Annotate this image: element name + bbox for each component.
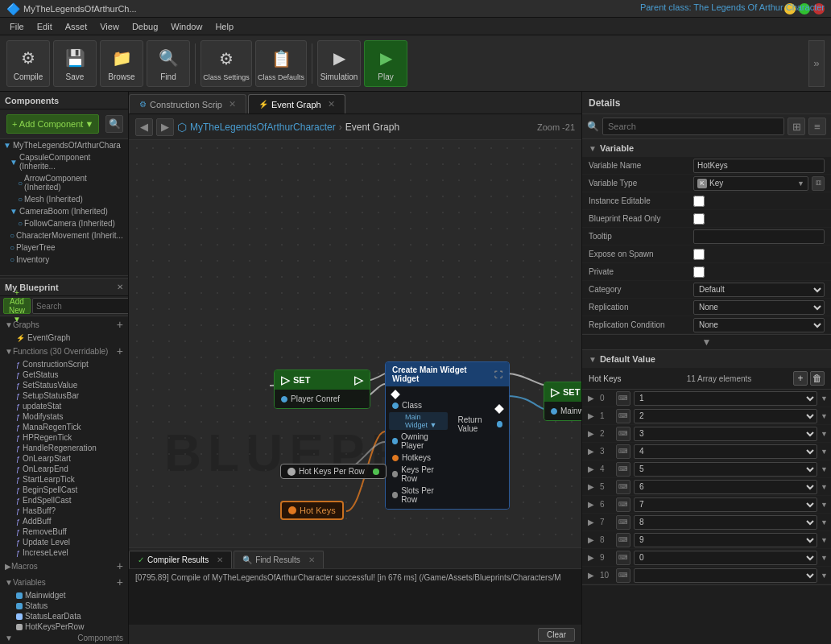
- dv-add-btn[interactable]: +: [793, 371, 808, 386]
- item-4-select[interactable]: 5: [634, 462, 817, 477]
- func-increselevel[interactable]: ƒ IncreseLevel: [0, 547, 128, 558]
- variables-section-header[interactable]: ▼ Variables +: [0, 574, 128, 590]
- variables-add-btn[interactable]: +: [117, 576, 123, 588]
- simulation-button[interactable]: ▶ Simulation: [317, 40, 361, 87]
- item-6-expand[interactable]: ▶: [585, 499, 597, 510]
- comp-capsule[interactable]: ▼ CapsuleComponent (Inherite...: [0, 151, 128, 172]
- item-5-select[interactable]: 6: [634, 480, 817, 494]
- item-9-select[interactable]: 0: [634, 551, 817, 565]
- menu-file[interactable]: File: [3, 20, 31, 33]
- func-setupstatusbar[interactable]: ƒ SetupStatusBar: [0, 390, 128, 401]
- menu-view[interactable]: View: [93, 20, 126, 33]
- set-node-1[interactable]: ▷ SET ▷ Player Conref: [274, 369, 370, 409]
- func-construction[interactable]: ƒ ConstructionScript: [0, 359, 128, 369]
- hotkeys-var-node[interactable]: Hot Keys: [280, 501, 344, 520]
- item-2-expand[interactable]: ▶: [585, 428, 597, 440]
- item-0-expand[interactable]: ▶: [585, 393, 597, 404]
- play-button[interactable]: ▶ Play: [364, 40, 407, 87]
- default-value-section-header[interactable]: ▼ Default Value: [582, 350, 831, 368]
- event-graph-item[interactable]: ⚡ EventGraph: [0, 332, 128, 343]
- func-setstatusvalue[interactable]: ƒ SetStatusValue: [0, 380, 128, 390]
- menu-window[interactable]: Window: [164, 20, 209, 33]
- comp-root[interactable]: ▼ MyTheLegendsOfArthurChara: [0, 139, 128, 151]
- macros-section-header[interactable]: ▶ Macros +: [0, 558, 128, 574]
- parent-class-link[interactable]: The Legends Of Arthur Character: [693, 2, 825, 12]
- func-addbuff[interactable]: ƒ AddBuff: [0, 516, 128, 526]
- breadcrumb-root[interactable]: MyTheLegendsOfArthurCharacter: [190, 122, 336, 133]
- item-5-expand[interactable]: ▶: [585, 481, 597, 493]
- log-tab-compiler[interactable]: ✓ Compiler Results ✕: [129, 551, 232, 568]
- menu-asset[interactable]: Asset: [59, 20, 94, 33]
- component-search-btn[interactable]: 🔍: [105, 115, 123, 133]
- graphs-add-btn[interactable]: +: [117, 318, 123, 331]
- compiler-tab-close[interactable]: ✕: [217, 555, 223, 564]
- func-endspell[interactable]: ƒ EndSpellCast: [0, 495, 128, 506]
- comp-mesh[interactable]: ○ Mesh (Inherited): [0, 193, 128, 205]
- nav-forward-btn[interactable]: ▶: [156, 118, 174, 136]
- item-0-select[interactable]: 1: [634, 391, 817, 406]
- private-checkbox[interactable]: [693, 266, 705, 278]
- func-onlearpstart[interactable]: ƒ OnLearpStart: [0, 453, 128, 464]
- item-7-select[interactable]: 8: [634, 515, 817, 530]
- func-handleregeneration[interactable]: ƒ HandleRegeneration: [0, 443, 128, 453]
- func-hasbuff[interactable]: ƒ HasBuff?: [0, 506, 128, 516]
- var-statusleardata[interactable]: StatusLearData: [0, 611, 128, 621]
- item-3-select[interactable]: 4: [634, 444, 817, 459]
- item-2-select[interactable]: 3: [634, 427, 817, 441]
- func-onlearpend[interactable]: ƒ OnLearpEnd: [0, 464, 128, 474]
- func-getstatus[interactable]: ƒ GetStatus: [0, 369, 128, 380]
- expose-spawn-checkbox[interactable]: [693, 249, 705, 260]
- class-defaults-button[interactable]: 📋 Class Defaults: [255, 40, 307, 87]
- compile-button[interactable]: ⚙ Compile: [6, 40, 50, 87]
- hotkeys-per-row-node[interactable]: Hot Keys Per Row: [280, 464, 387, 479]
- category-select[interactable]: Default: [693, 283, 825, 297]
- save-button[interactable]: 💾 Save: [53, 40, 97, 87]
- find-tab-close[interactable]: ✕: [308, 555, 315, 564]
- find-button[interactable]: 🔍 Find: [147, 40, 190, 87]
- bp-components-section-header[interactable]: ▼ Components: [0, 632, 128, 644]
- clear-log-button[interactable]: Clear: [538, 628, 575, 642]
- set-node-2[interactable]: ▷ SET ▷ Mainwidget: [544, 382, 581, 421]
- details-list-btn[interactable]: ≡: [808, 118, 826, 135]
- details-grid-btn[interactable]: ⊞: [788, 118, 805, 135]
- item-8-expand[interactable]: ▶: [585, 535, 597, 546]
- nav-back-btn[interactable]: ◀: [135, 118, 153, 136]
- tab-construction-close[interactable]: ✕: [229, 99, 236, 109]
- func-hpregentick[interactable]: ƒ HPRegenTick: [0, 432, 128, 443]
- item-1-expand[interactable]: ▶: [585, 411, 597, 422]
- comp-playertree[interactable]: ○ PlayerTree: [0, 242, 128, 254]
- item-1-select[interactable]: 2: [634, 409, 817, 423]
- menu-help[interactable]: Help: [209, 20, 240, 33]
- tab-event-graph[interactable]: ⚡ Event Graph ✕: [248, 94, 345, 114]
- dv-remove-btn[interactable]: 🗑: [810, 371, 825, 386]
- section-expand-btn[interactable]: ▼: [702, 336, 712, 348]
- bp-readonly-checkbox[interactable]: [693, 213, 705, 225]
- create-widget-node[interactable]: Create Main Widget Widget ⛶ Class: [385, 361, 510, 510]
- array-type-btn[interactable]: ⚅: [812, 176, 825, 191]
- tab-construction-script[interactable]: ⚙ Construction Scrip ✕: [129, 94, 246, 114]
- macros-add-btn[interactable]: +: [117, 559, 123, 572]
- add-component-button[interactable]: + Add Component ▼: [6, 114, 99, 134]
- menu-debug[interactable]: Debug: [126, 20, 164, 33]
- tab-event-graph-close[interactable]: ✕: [328, 99, 335, 109]
- functions-section-header[interactable]: ▼ Functions (30 Overridable) +: [0, 343, 128, 359]
- comp-charmovement[interactable]: ○ CharacterMovement (Inherit...: [0, 229, 128, 242]
- func-manaregentick[interactable]: ƒ ManaRegenTick: [0, 422, 128, 432]
- replication-select[interactable]: None: [693, 300, 825, 315]
- item-7-expand[interactable]: ▶: [585, 517, 597, 528]
- menu-edit[interactable]: Edit: [31, 20, 59, 33]
- item-8-select[interactable]: 9: [634, 533, 817, 547]
- class-settings-button[interactable]: ⚙ Class Settings: [201, 40, 252, 87]
- comp-inventory[interactable]: ○ Inventory: [0, 254, 128, 266]
- var-status[interactable]: Status: [0, 601, 128, 611]
- replication-condition-select[interactable]: None: [693, 318, 825, 332]
- var-mainwidget[interactable]: Mainwidget: [0, 590, 128, 601]
- item-10-select[interactable]: [634, 568, 817, 583]
- var-name-input[interactable]: [693, 159, 825, 173]
- func-modifystats[interactable]: ƒ Modifystats: [0, 411, 128, 422]
- func-beginspell[interactable]: ƒ BeginSpellCast: [0, 485, 128, 495]
- item-3-expand[interactable]: ▶: [585, 446, 597, 457]
- class-value-label[interactable]: Main Widget ▼: [405, 413, 436, 429]
- func-updatelevel[interactable]: ƒ Update Level: [0, 537, 128, 547]
- bp-search-input[interactable]: [32, 298, 129, 314]
